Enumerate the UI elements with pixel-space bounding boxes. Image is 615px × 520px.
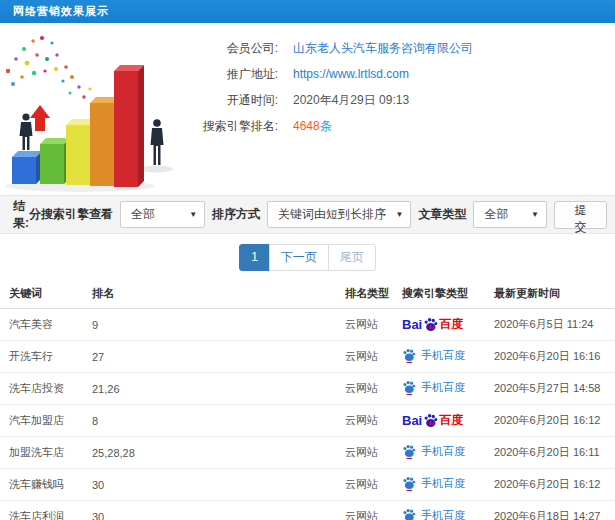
info-row-url: 推广地址: https://www.lrtlsd.com — [188, 66, 615, 82]
sort-select[interactable]: 关键词由短到长排序 ▼ — [267, 201, 411, 228]
sort-label: 排序方式 — [212, 206, 260, 223]
filter-bar: 结果: 分搜索引擎查看 全部 ▼ 排序方式 关键词由短到长排序 ▼ 文章类型 全… — [0, 195, 615, 234]
keyword-cell: 洗车店利润 — [0, 501, 88, 520]
table-row: 开洗车行 27 云网站 手机百度 2020年6月20日 16:16 — [0, 341, 615, 373]
last-page-button[interactable]: 尾页 — [328, 244, 376, 271]
open-time-value: 2020年4月29日 09:13 — [293, 92, 409, 108]
keyword-cell: 洗车赚钱吗 — [0, 469, 88, 501]
result-label: 结果: — [13, 198, 29, 232]
mobile-baidu-logo[interactable]: 手机百度 — [402, 380, 465, 395]
baidu-paw-icon: du — [423, 413, 438, 428]
info-row-opened: 开通时间: 2020年4月29日 09:13 — [188, 92, 615, 108]
updated-cell: 2020年6月20日 16:12 — [490, 405, 615, 437]
rank-type-cell: 云网站 — [341, 373, 398, 405]
rank-type-cell: 云网站 — [341, 309, 398, 341]
baidu-paw-icon: du — [423, 317, 438, 332]
table-row: 洗车赚钱吗 30 云网站 手机百度 2020年6月20日 16:12 — [0, 469, 615, 501]
chevron-down-icon: ▼ — [396, 210, 404, 219]
table-row: 洗车店利润 30 云网站 手机百度 2020年6月18日 14:27 — [0, 501, 615, 520]
article-type-select[interactable]: 全部 ▼ — [473, 201, 547, 228]
updated-cell: 2020年6月20日 16:16 — [490, 341, 615, 373]
svg-text:du: du — [428, 325, 434, 330]
confetti-dots — [6, 36, 92, 99]
keyword-cell: 汽车美容 — [0, 309, 88, 341]
next-page-button[interactable]: 下一页 — [269, 244, 329, 271]
promo-url-link[interactable]: https://www.lrtlsd.com — [293, 67, 409, 81]
mobile-baidu-paw-icon — [402, 380, 416, 395]
bar-chart-illustration-svg — [0, 29, 182, 195]
left-person — [20, 113, 33, 150]
pagination: 1 下一页 尾页 — [239, 244, 376, 271]
keyword-cell: 开洗车行 — [0, 341, 88, 373]
rank-cell: 21,26 — [88, 373, 341, 405]
submit-button[interactable]: 提交 — [554, 201, 607, 229]
info-row-rankcount: 搜索引擎排名: 4648条 — [188, 118, 615, 134]
mobile-baidu-paw-icon — [402, 348, 416, 363]
chevron-down-icon: ▼ — [189, 210, 197, 219]
engine-filter-select[interactable]: 全部 ▼ — [120, 201, 205, 228]
keyword-rank-table: 关键词 排名 排名类型 搜索引擎类型 最新更新时间 汽车美容 9 云网站 Bai… — [0, 280, 615, 520]
table-row: 汽车加盟店 8 云网站 Baidu百度 2020年6月20日 16:12 — [0, 405, 615, 437]
engine-filter-label: 分搜索引擎查看 — [29, 206, 113, 223]
bars — [12, 65, 144, 187]
rank-type-cell: 云网站 — [341, 341, 398, 373]
keyword-cell: 汽车加盟店 — [0, 405, 88, 437]
svg-text:du: du — [428, 421, 434, 426]
info-panel: 会员公司: 山东老人头汽车服务咨询有限公司 推广地址: https://www.… — [188, 23, 615, 195]
col-updated: 最新更新时间 — [490, 280, 615, 309]
table-row: 汽车美容 9 云网站 Baidu百度 2020年6月5日 11:24 — [0, 309, 615, 341]
info-row-company: 会员公司: 山东老人头汽车服务咨询有限公司 — [188, 40, 615, 56]
col-keyword: 关键词 — [0, 280, 88, 309]
bar-chart-illustration — [0, 23, 188, 195]
filter-group: 分搜索引擎查看 全部 ▼ 排序方式 关键词由短到长排序 ▼ 文章类型 全部 ▼ … — [29, 201, 607, 229]
rank-cell: 25,28,28 — [88, 437, 341, 469]
article-type-label: 文章类型 — [418, 206, 466, 223]
pagination-section: 1 下一页 尾页 — [0, 234, 615, 280]
rank-type-cell: 云网站 — [341, 405, 398, 437]
table-row: 加盟洗车店 25,28,28 云网站 手机百度 2020年6月20日 16:11 — [0, 437, 615, 469]
updated-cell: 2020年6月20日 16:12 — [490, 469, 615, 501]
top-section: 会员公司: 山东老人头汽车服务咨询有限公司 推广地址: https://www.… — [0, 23, 615, 195]
open-time-label: 开通时间: — [188, 92, 278, 108]
rank-cell: 27 — [88, 341, 341, 373]
mobile-baidu-logo[interactable]: 手机百度 — [402, 476, 465, 491]
rank-cell: 30 — [88, 469, 341, 501]
chevron-down-icon: ▼ — [531, 210, 539, 219]
rank-count-value: 4648 — [293, 119, 320, 133]
page-title: 网络营销效果展示 — [13, 4, 109, 19]
updated-cell: 2020年5月27日 14:58 — [490, 373, 615, 405]
keyword-cell: 加盟洗车店 — [0, 437, 88, 469]
table-row: 洗车店投资 21,26 云网站 手机百度 2020年5月27日 14:58 — [0, 373, 615, 405]
mobile-baidu-paw-icon — [402, 508, 416, 520]
rank-cell: 9 — [88, 309, 341, 341]
updated-cell: 2020年6月5日 11:24 — [490, 309, 615, 341]
col-rank-type: 排名类型 — [341, 280, 398, 309]
company-label: 会员公司: — [188, 40, 278, 56]
mobile-baidu-paw-icon — [402, 444, 416, 459]
keyword-cell: 洗车店投资 — [0, 373, 88, 405]
rank-type-cell: 云网站 — [341, 469, 398, 501]
table-header-row: 关键词 排名 排名类型 搜索引擎类型 最新更新时间 — [0, 280, 615, 309]
col-engine-type: 搜索引擎类型 — [398, 280, 490, 309]
baidu-logo-icon: Baidu百度 — [402, 316, 463, 333]
rank-type-cell: 云网站 — [341, 437, 398, 469]
mobile-baidu-logo[interactable]: 手机百度 — [402, 508, 465, 520]
up-arrow — [30, 105, 50, 131]
mobile-baidu-logo[interactable]: 手机百度 — [402, 348, 465, 363]
rank-cell: 30 — [88, 501, 341, 520]
mobile-baidu-logo[interactable]: 手机百度 — [402, 444, 465, 459]
rank-cell: 8 — [88, 405, 341, 437]
updated-cell: 2020年6月20日 16:11 — [490, 437, 615, 469]
page-1-button[interactable]: 1 — [239, 244, 270, 271]
updated-cell: 2020年6月18日 14:27 — [490, 501, 615, 520]
company-link[interactable]: 山东老人头汽车服务咨询有限公司 — [293, 41, 473, 55]
app-header: 网络营销效果展示 — [0, 0, 615, 23]
baidu-logo-icon: Baidu百度 — [402, 412, 463, 429]
rank-count-label: 搜索引擎排名: — [188, 118, 278, 134]
rank-type-cell: 云网站 — [341, 501, 398, 520]
mobile-baidu-paw-icon — [402, 476, 416, 491]
promo-url-label: 推广地址: — [188, 66, 278, 82]
col-rank: 排名 — [88, 280, 341, 309]
right-person — [151, 119, 164, 165]
rank-count-suffix: 条 — [320, 119, 332, 133]
